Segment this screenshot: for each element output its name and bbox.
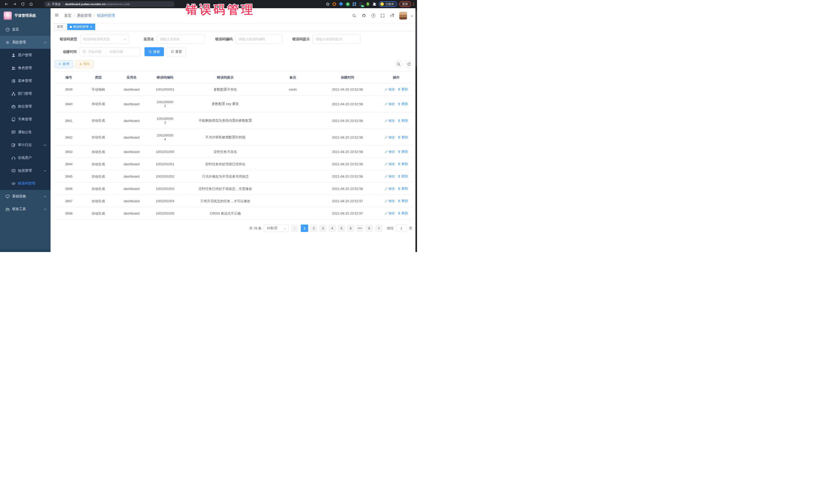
sidebar-item-menu[interactable]: 菜单管理 (0, 74, 50, 87)
sidebar-item-infrastructure[interactable]: 基础设施 (0, 190, 50, 203)
delete-link[interactable]: 删除 (397, 150, 408, 154)
sidebar-collapse-strip[interactable] (0, 250, 50, 252)
page-button[interactable]: 5 (338, 224, 345, 232)
extension-orange-ring-icon[interactable] (332, 2, 337, 6)
font-size-icon[interactable]: TT (390, 13, 394, 18)
page-button[interactable]: 2 (310, 224, 317, 232)
error-type-select[interactable]: 请选择错误码类型 (80, 35, 129, 44)
sidebar-item-sms[interactable]: 短信管理 (0, 164, 50, 177)
page-size-select[interactable]: 10条/页 (264, 224, 289, 232)
edit-link[interactable]: 修改 (385, 87, 395, 92)
forward-icon[interactable] (12, 2, 17, 6)
sidebar-item-dev-tools[interactable]: 研发工具 (0, 203, 50, 216)
cell-app-name: dashboard (114, 170, 150, 182)
cell-app-name: dashboard (114, 96, 150, 112)
extension-switch-on-icon[interactable]: on (359, 2, 364, 6)
home-icon[interactable] (29, 2, 34, 6)
breadcrumb-item[interactable]: 首页 (64, 13, 71, 18)
fullscreen-icon[interactable] (380, 13, 385, 18)
sidebar-item-notice[interactable]: 通知公告 (0, 126, 50, 138)
org-tree-icon (11, 92, 16, 96)
edit-link[interactable]: 修改 (385, 199, 395, 203)
page-button[interactable]: 8 (366, 224, 373, 232)
browser-menu-kebab-icon[interactable] (413, 3, 414, 6)
reset-button[interactable]: 重置 (167, 47, 186, 56)
more-pages-button[interactable]: ••• (356, 224, 364, 232)
tab[interactable]: 错误码管理 (67, 24, 95, 30)
code-input[interactable] (239, 37, 279, 41)
sidebar-item-online-user[interactable]: 在线用户 (0, 151, 50, 164)
page-button[interactable]: 6 (347, 224, 354, 232)
avatar-caret-icon[interactable] (410, 14, 413, 17)
extension-grid-icon[interactable] (352, 2, 357, 6)
prev-page-button[interactable] (291, 224, 299, 232)
address-bar[interactable]: 不安全 dashboard.yudao.iocoder.cn/system/er… (44, 1, 175, 7)
security-label[interactable]: 不安全 (52, 2, 61, 6)
header-search-icon[interactable] (352, 13, 357, 18)
hint-input[interactable] (316, 37, 357, 41)
next-page-button[interactable] (375, 224, 382, 232)
delete-link[interactable]: 删除 (397, 102, 408, 106)
delete-link[interactable]: 删除 (397, 162, 408, 166)
cell-type: 自动生成 (83, 183, 114, 195)
sidebar-item-label: 基础设施 (12, 194, 26, 199)
delete-link[interactable]: 删除 (397, 199, 408, 203)
edit-link[interactable]: 修改 (385, 102, 395, 106)
edit-link[interactable]: 修改 (385, 174, 395, 179)
extension-vue-icon[interactable]: V (345, 2, 350, 6)
sidebar-item-audit-log[interactable]: 审计日志 (0, 138, 50, 151)
edit-link[interactable]: 修改 (385, 162, 395, 166)
sidebar-item-post[interactable]: 岗位管理 (0, 100, 50, 113)
cell-type: 手动编辑 (83, 83, 114, 95)
page-button[interactable]: 1 (301, 224, 308, 232)
browser-scrollbar[interactable] (415, 0, 417, 252)
export-button[interactable]: 导出 (75, 60, 94, 68)
close-icon[interactable] (90, 25, 93, 28)
tab[interactable]: 首页 (54, 24, 66, 30)
sidebar-item-user[interactable]: 用户管理 (0, 49, 50, 62)
help-icon[interactable]: ? (371, 14, 375, 18)
briefcase-icon (11, 105, 16, 109)
breadcrumb-item[interactable]: 系统管理 (77, 13, 91, 18)
date-range-picker[interactable]: 开始日期 - 结束日期 (80, 47, 140, 56)
sidebar-item-role[interactable]: 角色管理 (0, 62, 50, 74)
add-button[interactable]: 新增 (54, 60, 73, 68)
user-avatar[interactable] (399, 12, 407, 20)
goto-page-input[interactable] (396, 224, 407, 232)
delete-link[interactable]: 删除 (397, 174, 408, 179)
cell-actions: 修改 删除 (379, 183, 413, 195)
github-icon[interactable] (361, 13, 367, 18)
extensions-puzzle-icon[interactable] (372, 2, 377, 6)
sidebar-item-home[interactable]: 首页 (0, 23, 50, 36)
delete-link[interactable]: 删除 (397, 187, 408, 191)
delete-link[interactable]: 删除 (397, 211, 408, 216)
sidebar-item-dict[interactable]: 字典管理 (0, 113, 50, 126)
refresh-table-icon[interactable] (405, 60, 413, 68)
delete-link[interactable]: 删除 (397, 87, 408, 92)
sidebar-item-error-code[interactable]: 错误码管理 (0, 177, 50, 190)
search-button[interactable]: 搜索 (145, 47, 164, 56)
logo[interactable]: 芋道管理系统 (0, 8, 50, 23)
edit-link[interactable]: 修改 (385, 150, 395, 154)
delete-link[interactable]: 删除 (397, 118, 408, 123)
extension-blue-gem-icon[interactable] (339, 2, 343, 6)
edit-link[interactable]: 修改 (385, 187, 395, 191)
sidebar-item-system[interactable]: 系统管理 (0, 36, 50, 49)
browser-update-button[interactable]: 更新 (399, 1, 411, 7)
edit-link[interactable]: 修改 (385, 211, 395, 216)
hamburger-icon[interactable] (54, 13, 60, 18)
bookmark-star-icon[interactable] (325, 2, 330, 6)
back-icon[interactable] (4, 2, 9, 6)
delete-link[interactable]: 删除 (397, 135, 408, 139)
edit-link[interactable]: 修改 (385, 118, 395, 123)
chevron-down-icon (43, 207, 46, 211)
profile-paused-pill[interactable]: 已暂停 (379, 1, 397, 7)
page-button[interactable]: 4 (328, 224, 336, 232)
app-name-input[interactable] (160, 37, 202, 41)
edit-link[interactable]: 修改 (385, 135, 395, 139)
sidebar-item-dept[interactable]: 部门管理 (0, 87, 50, 100)
show-search-icon[interactable] (394, 60, 402, 68)
extension-green-pin-icon[interactable] (366, 2, 370, 6)
reload-icon[interactable] (21, 2, 25, 6)
page-button[interactable]: 3 (319, 224, 327, 232)
